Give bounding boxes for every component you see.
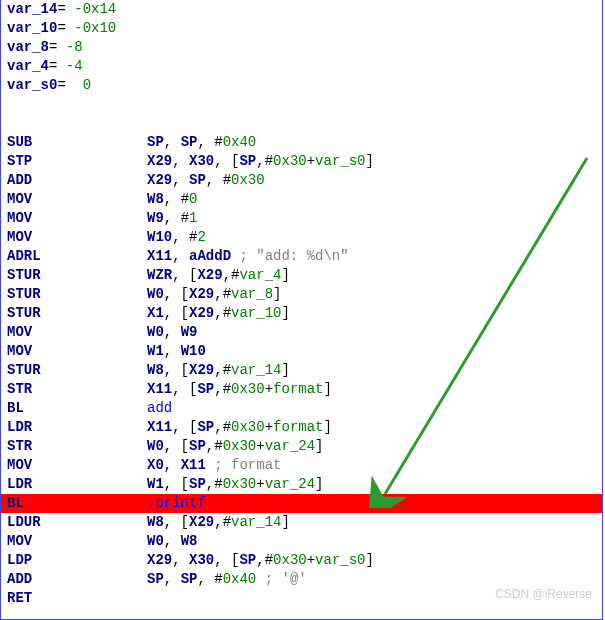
- token-plain: +: [256, 476, 264, 492]
- asm-line[interactable]: LDPX29, X30, [SP,#0x30+var_s0]: [1, 551, 602, 570]
- mnemonic: SUB: [7, 133, 147, 152]
- token-plain: ]: [281, 267, 289, 283]
- token-plain: ,#: [214, 286, 231, 302]
- mnemonic: LDR: [7, 418, 147, 437]
- token-reg: SP: [147, 134, 164, 150]
- token-plain: #: [181, 210, 189, 226]
- operands: X29, X30, [SP,#0x30+var_s0]: [147, 551, 374, 570]
- token-var: var_4: [239, 267, 281, 283]
- token-reg: W1: [147, 343, 164, 359]
- token-plain: , [: [172, 267, 197, 283]
- asm-line[interactable]: STURW0, [X29,#var_8]: [1, 285, 602, 304]
- operands: W9, #1: [147, 209, 197, 228]
- token-label: add: [147, 400, 172, 416]
- mnemonic: STUR: [7, 361, 147, 380]
- mnemonic: MOV: [7, 323, 147, 342]
- token-plain: ,: [172, 229, 189, 245]
- var-value: -0x14: [74, 0, 116, 19]
- token-plain: +: [265, 419, 273, 435]
- var-value: -8: [66, 38, 83, 57]
- asm-line[interactable]: STURW8, [X29,#var_14]: [1, 361, 602, 380]
- mnemonic: ADD: [7, 171, 147, 190]
- token-comment: ; format: [214, 457, 281, 473]
- token-reg: X29: [189, 362, 214, 378]
- operands: W10, #2: [147, 228, 206, 247]
- token-plain: #: [181, 191, 189, 207]
- token-plain: , [: [164, 362, 189, 378]
- operands: W8, [X29,#var_14]: [147, 513, 290, 532]
- operands: SP, SP, #0x40: [147, 133, 256, 152]
- token-plain: ,: [164, 324, 181, 340]
- asm-line[interactable]: LDURW8, [X29,#var_14]: [1, 513, 602, 532]
- asm-line[interactable]: STURX1, [X29,#var_10]: [1, 304, 602, 323]
- var-name: var_10: [7, 19, 57, 38]
- token-reg: X11: [181, 457, 206, 473]
- mnemonic: STR: [7, 380, 147, 399]
- var-name: var_8: [7, 38, 49, 57]
- token-plain: ,#: [223, 267, 240, 283]
- token-reg: X11: [147, 381, 172, 397]
- operands: .printf: [147, 494, 206, 513]
- token-var: var_24: [265, 438, 315, 454]
- token-num: 0x40: [223, 134, 257, 150]
- asm-line[interactable]: LDRW1, [SP,#0x30+var_24]: [1, 475, 602, 494]
- operands: X1, [X29,#var_10]: [147, 304, 290, 323]
- token-plain: ]: [366, 153, 374, 169]
- token-reg: WZR: [147, 267, 172, 283]
- asm-line[interactable]: ADDX29, SP, #0x30: [1, 171, 602, 190]
- token-reg: SP: [197, 381, 214, 397]
- mnemonic: STUR: [7, 266, 147, 285]
- token-var: var_14: [231, 514, 281, 530]
- token-plain: ,: [164, 210, 181, 226]
- token-plain: ]: [324, 381, 332, 397]
- token-plain: ,: [164, 191, 181, 207]
- asm-line[interactable]: MOVW10, #2: [1, 228, 602, 247]
- token-reg: X29: [147, 172, 172, 188]
- asm-line[interactable]: BL.printf: [1, 494, 602, 513]
- token-reg: X29: [189, 305, 214, 321]
- token-var: format: [273, 419, 323, 435]
- asm-line[interactable]: MOVW0, W8: [1, 532, 602, 551]
- asm-line[interactable]: STRX11, [SP,#0x30+format]: [1, 380, 602, 399]
- token-plain: +: [307, 552, 315, 568]
- token-reg: W8: [147, 514, 164, 530]
- mnemonic: RET: [7, 589, 147, 608]
- token-reg: W8: [181, 533, 198, 549]
- asm-line[interactable]: STPX29, X30, [SP,#0x30+var_s0]: [1, 152, 602, 171]
- token-plain: ,: [164, 134, 181, 150]
- asm-line[interactable]: MOVW1, W10: [1, 342, 602, 361]
- token-plain: ]: [273, 286, 281, 302]
- token-plain: , [: [164, 438, 189, 454]
- operands: W0, [X29,#var_8]: [147, 285, 281, 304]
- asm-line[interactable]: MOVW0, W9: [1, 323, 602, 342]
- asm-line[interactable]: MOVW9, #1: [1, 209, 602, 228]
- token-reg: W1: [147, 476, 164, 492]
- var-definition: var_10= -0x10: [1, 19, 602, 38]
- token-plain: , [: [214, 153, 239, 169]
- operands: X29, X30, [SP,#0x30+var_s0]: [147, 152, 374, 171]
- token-comment: ; '@': [265, 571, 307, 587]
- asm-line[interactable]: SUBSP, SP, #0x40: [1, 133, 602, 152]
- token-reg: X11: [147, 419, 172, 435]
- asm-line[interactable]: STURWZR, [X29,#var_4]: [1, 266, 602, 285]
- token-plain: ,: [197, 134, 214, 150]
- token-reg: X11: [147, 248, 172, 264]
- mnemonic: LDR: [7, 475, 147, 494]
- asm-line[interactable]: MOVX0, X11 ; format: [1, 456, 602, 475]
- asm-line[interactable]: LDRX11, [SP,#0x30+format]: [1, 418, 602, 437]
- token-num: 0x30: [231, 172, 265, 188]
- asm-line[interactable]: BLadd: [1, 399, 602, 418]
- token-plain: ,: [164, 571, 181, 587]
- operands: X11, [SP,#0x30+format]: [147, 418, 332, 437]
- token-plain: , [: [172, 419, 197, 435]
- mnemonic: STR: [7, 437, 147, 456]
- token-plain: ,#: [206, 476, 223, 492]
- asm-line[interactable]: ADRLX11, aAddD ; "add: %d\n": [1, 247, 602, 266]
- token-plain: ,#: [256, 552, 273, 568]
- token-reg: W10: [181, 343, 206, 359]
- var-definition: var_s0= 0: [1, 76, 602, 95]
- asm-line[interactable]: MOVW8, #0: [1, 190, 602, 209]
- operands: X29, SP, #0x30: [147, 171, 265, 190]
- asm-line[interactable]: STRW0, [SP,#0x30+var_24]: [1, 437, 602, 456]
- token-var: var_s0: [315, 552, 365, 568]
